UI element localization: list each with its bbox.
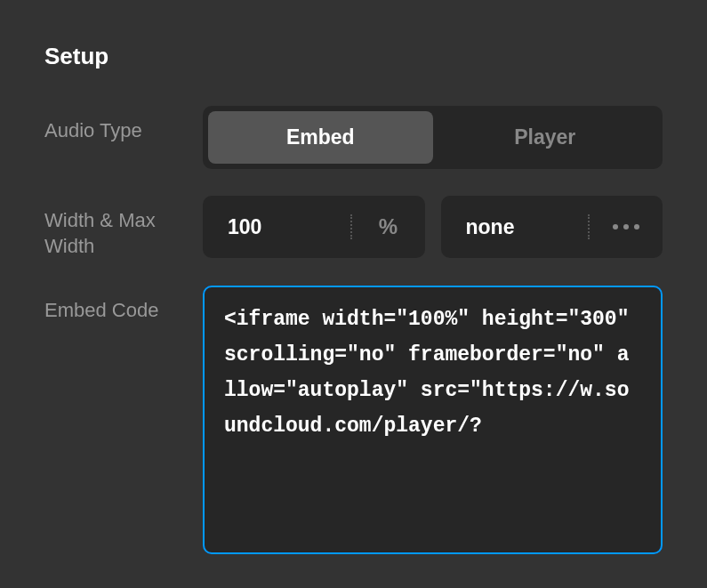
more-icon[interactable]: [590, 224, 663, 230]
max-width-input-group[interactable]: none: [441, 196, 663, 258]
audio-type-embed-button[interactable]: Embed: [208, 111, 433, 164]
width-label: Width & Max Width: [44, 196, 203, 259]
audio-type-segmented: Embed Player: [203, 106, 663, 169]
width-value[interactable]: 100: [203, 215, 350, 239]
row-width: Width & Max Width 100 % none: [44, 196, 663, 259]
max-width-value[interactable]: none: [441, 215, 589, 239]
audio-type-label: Audio Type: [44, 106, 203, 144]
row-audio-type: Audio Type Embed Player: [44, 106, 663, 169]
embed-code-label: Embed Code: [44, 286, 203, 324]
row-embed-code: Embed Code <iframe width="100%" height="…: [44, 286, 663, 554]
audio-type-player-button[interactable]: Player: [433, 111, 658, 164]
section-title: Setup: [44, 43, 663, 70]
width-unit[interactable]: %: [352, 214, 425, 239]
embed-code-input[interactable]: <iframe width="100%" height="300" scroll…: [203, 286, 663, 554]
width-input-group[interactable]: 100 %: [203, 196, 425, 258]
